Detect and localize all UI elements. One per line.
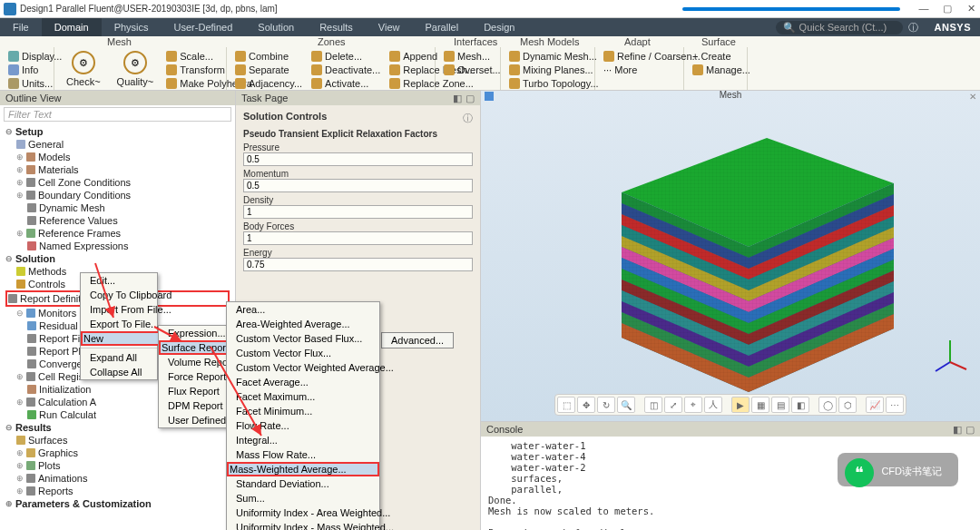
tree-surfaces[interactable]: Surfaces [5,434,230,447]
tree-solution[interactable]: ⊖Solution [5,252,230,265]
outline-pane-header: Outline View [0,91,235,105]
ctx3-area[interactable]: Area... [227,302,379,317]
menu-parallel[interactable]: Parallel [412,18,471,36]
orientation-triad-icon[interactable] [930,335,971,376]
viewport-handle-icon[interactable] [485,92,494,101]
advanced-button[interactable]: Advanced... [381,332,454,348]
svg-line-34 [950,362,966,369]
vp-fit-icon[interactable]: ⤢ [664,397,682,413]
input-density[interactable] [243,205,473,219]
help-icon[interactable]: ⓘ [908,21,918,34]
menu-view[interactable]: View [366,18,413,36]
ribbon-deactivate[interactable]: Deactivate... [309,64,383,76]
menu-results[interactable]: Results [307,18,366,36]
ctx3-facet-min[interactable]: Facet Minimum... [227,404,379,418]
tree-bc[interactable]: ⊕Boundary Conditions [5,189,230,201]
tree-refvals[interactable]: Reference Values [5,214,230,227]
vp-wire-icon[interactable]: ▦ [751,397,769,413]
ctx3-cvf[interactable]: Custom Vector Flux... [227,346,379,360]
ctx3-ui-mass[interactable]: Uniformity Index - Mass Weighted... [227,520,379,530]
ctx1-edit[interactable]: Edit... [81,273,190,288]
ctx3-area-wavg[interactable]: Area-Weighted Average... [227,317,379,331]
quick-search[interactable]: 🔍Quick Search (Ct...) [776,21,903,34]
ctx3-mass-weighted-avg[interactable]: Mass-Weighted Average... [227,462,379,476]
tree-dynmesh[interactable]: Dynamic Mesh [5,201,230,214]
maximize-button[interactable]: ▢ [942,3,953,15]
ctx3-facet-max[interactable]: Facet Maximum... [227,389,379,404]
vp-box-icon[interactable]: ⬡ [838,397,857,413]
menu-physics[interactable]: Physics [102,18,162,36]
menu-domain[interactable]: Domain [42,18,102,36]
menu-design[interactable]: Design [471,18,527,36]
help-icon[interactable]: ⓘ [463,112,473,125]
tree-cellzone[interactable]: ⊕Cell Zone Conditions [5,176,230,189]
outline-filter[interactable]: Filter Text [4,107,231,122]
ribbon-activate[interactable]: Activate... [309,77,383,90]
ribbon-surf-manage[interactable]: Manage... [690,64,753,76]
vp-sphere-icon[interactable]: ◯ [818,397,837,413]
ribbon-mixing-planes[interactable]: Mixing Planes... [506,64,602,76]
ribbon-overset[interactable]: Overset... [441,64,504,76]
tree-anim[interactable]: ⊕Animations [5,472,230,485]
ribbon-delete[interactable]: Delete... [309,50,383,63]
mesh-close-icon[interactable]: ✕ [969,92,976,102]
tree-reports[interactable]: ⊕Reports [5,485,230,497]
vp-zoom-icon[interactable]: 🔍 [617,397,635,413]
tree-named[interactable]: Named Expressions [5,240,230,252]
ctx3-mass-flow[interactable]: Mass Flow Rate... [227,447,379,462]
input-bodyforces[interactable] [243,231,473,245]
console-undock-icon[interactable]: ◧ [953,424,962,436]
vp-opts-icon[interactable]: ⋯ [886,397,904,413]
vp-clip-icon[interactable]: ◧ [791,397,809,413]
vp-shade-icon[interactable]: ▤ [771,397,789,413]
ribbon-check[interactable]: Check~ [64,75,103,88]
mesh-viewport[interactable]: Mesh ✕ [481,91,980,421]
ribbon-combine[interactable]: Combine [232,50,305,63]
ribbon-separate[interactable]: Separate [232,64,305,76]
tree-models[interactable]: ⊕Models [5,151,230,163]
tree-materials[interactable]: ⊕Materials [5,163,230,176]
ctx3-stddev[interactable]: Standard Deviation... [227,476,379,491]
tree-setup[interactable]: ⊖Setup [5,125,230,138]
ribbon-surf-create[interactable]: + Create [690,50,753,63]
ribbon-mesh-interf[interactable]: Mesh... [441,50,504,63]
ribbon-adjacency[interactable]: Adjacency... [232,77,305,90]
input-energy[interactable] [243,258,473,271]
ctx1-import[interactable]: Import From File... [81,302,190,317]
input-momentum[interactable] [243,179,473,192]
ctx3-sum[interactable]: Sum... [227,491,379,505]
ctx3-integral[interactable]: Integral... [227,433,379,447]
ctx1-copy[interactable]: Copy To Clipboard [81,288,190,302]
tree-plots[interactable]: ⊕Plots [5,459,230,472]
tree-refframes[interactable]: ⊕Reference Frames [5,227,230,240]
vp-graph-icon[interactable]: 📈 [866,397,884,413]
tree-params[interactable]: ⊕Parameters & Customization [5,497,230,510]
close-button[interactable]: ✕ [965,3,976,15]
vp-select-icon[interactable]: ⬚ [557,397,575,413]
menu-solution[interactable]: Solution [245,18,307,36]
tree-graphics[interactable]: ⊕Graphics [5,447,230,459]
menu-user-defined[interactable]: User-Defined [162,18,246,36]
menu-file[interactable]: File [0,18,42,36]
ribbon-dynamic-mesh[interactable]: Dynamic Mesh... [506,50,602,63]
tree-general[interactable]: General [5,138,230,151]
window-slider[interactable] [682,7,900,11]
vp-pan-icon[interactable]: ✥ [577,397,595,413]
ribbon-quality[interactable]: Quality~ [114,75,157,88]
console-close-icon[interactable]: ▢ [965,424,975,436]
vp-rotate-icon[interactable]: ↻ [597,397,615,413]
ctx3-flow-rate[interactable]: Flow Rate... [227,418,379,433]
ctx3-cvbf[interactable]: Custom Vector Based Flux... [227,331,379,346]
vp-probe-icon[interactable]: ⌖ [684,397,702,413]
ribbon-turbo-topo[interactable]: Turbo Topology... [506,77,602,90]
minimize-button[interactable]: — [918,3,929,15]
ctx3-cvwa[interactable]: Custom Vector Weighted Average... [227,360,379,375]
vp-boxzoom-icon[interactable]: ◫ [644,397,662,413]
input-pressure[interactable] [243,152,473,166]
task-undock-icon[interactable]: ◧ [453,93,462,104]
vp-play-icon[interactable]: ▶ [731,397,750,413]
ctx3-facet-avg[interactable]: Facet Average... [227,375,379,389]
vp-axis-icon[interactable]: 人 [704,397,722,413]
task-close-icon[interactable]: ▢ [466,93,475,104]
ctx3-ui-area[interactable]: Uniformity Index - Area Weighted... [227,505,379,520]
